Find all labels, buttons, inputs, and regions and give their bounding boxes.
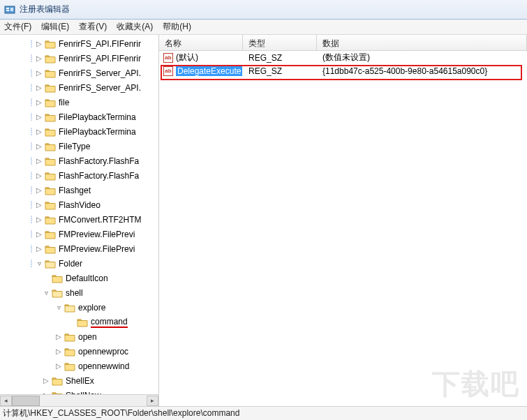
scroll-track[interactable]	[12, 396, 147, 406]
expander-icon[interactable]: ▷	[35, 230, 43, 239]
folder-icon	[45, 68, 56, 78]
menu-favorites[interactable]: 收藏夹(A)	[117, 21, 153, 33]
tree-guide-icon: ┊	[29, 260, 34, 267]
tree-item[interactable]: ┊▷ FenrirFS_API.FIFenrir	[0, 36, 158, 51]
tree-item-label: explore	[78, 303, 105, 313]
folder-icon	[64, 332, 75, 342]
registry-tree[interactable]: ┊▷ FenrirFS_API.FIFenrir┊▷ FenrirFS_API.…	[0, 35, 158, 403]
value-row[interactable]: ab(默认)REG_SZ(数值未设置)	[159, 51, 527, 64]
tree-item-label: FMConvert.RTF2HTM	[59, 215, 141, 225]
tree-item[interactable]: ▿ shell	[0, 285, 158, 300]
scroll-right-button[interactable]: ▸	[147, 396, 158, 406]
scroll-left-button[interactable]: ◂	[0, 396, 12, 406]
value-name: (默认)	[176, 52, 198, 63]
tree-item-label: open	[78, 332, 97, 342]
tree-item[interactable]: ▿ explore	[0, 300, 158, 315]
expander-icon[interactable]: ▷	[35, 216, 43, 224]
tree-item[interactable]: ┊▷ FlashFactory.FlashFa	[0, 168, 158, 183]
expander-icon[interactable]: ▷	[54, 333, 63, 341]
expander-icon[interactable]: ▷	[42, 377, 50, 385]
tree-item[interactable]: ┊▿ Folder	[0, 256, 158, 271]
tree-item[interactable]: ┊▷ FilePlaybackTermina	[0, 124, 158, 139]
expander-icon[interactable]: ▷	[35, 128, 43, 136]
values-list[interactable]: ab(默认)REG_SZ(数值未设置)abDelegateExecuteREG_…	[159, 51, 527, 77]
expander-icon[interactable]: ▷	[35, 172, 43, 180]
tree-item[interactable]: ┊▷ FenrirFS_Server_API.	[0, 66, 158, 80]
tree-item[interactable]: ▷ ShellEx	[0, 373, 158, 388]
tree-item[interactable]: ┊▷ FenrirFS_Server_API.	[0, 80, 158, 95]
value-data: {11dbb47c-a525-400b-9e80-a54615a090c0}	[317, 66, 527, 76]
expander-icon[interactable]: ▷	[35, 54, 43, 63]
expander-icon[interactable]: ▷	[54, 347, 63, 356]
tree-item-label: FMPreview.FilePrevi	[59, 230, 135, 239]
tree-item[interactable]: ┊▷ FMConvert.RTF2HTM	[0, 212, 158, 227]
menu-edit[interactable]: 编辑(E)	[41, 21, 69, 33]
folder-icon	[45, 39, 56, 49]
menu-bar: 文件(F) 编辑(E) 查看(V) 收藏夹(A) 帮助(H)	[0, 20, 527, 35]
expander-icon[interactable]: ▿	[42, 289, 50, 297]
tree-guide-icon: ┊	[29, 69, 34, 77]
tree-item[interactable]: ┊▷ file	[0, 95, 158, 110]
svg-rect-2	[6, 10, 9, 11]
tree-item[interactable]: ┊▷ FenrirFS_API.FIFenrir	[0, 51, 158, 66]
value-row[interactable]: abDelegateExecuteREG_SZ{11dbb47c-a525-40…	[159, 64, 527, 77]
tree-item[interactable]: ▷ DefaultIcon	[0, 271, 158, 285]
col-data-header[interactable]: 数据	[317, 35, 527, 50]
tree-guide-icon: ┊	[29, 230, 34, 238]
col-type-header[interactable]: 类型	[243, 35, 317, 50]
tree-item[interactable]: ┊▷ FileType	[0, 139, 158, 153]
tree-item[interactable]: ▷ open	[0, 329, 158, 344]
folder-icon	[45, 259, 56, 269]
folder-icon	[45, 156, 56, 166]
tree-item[interactable]: ▷ command	[0, 315, 158, 329]
tree-item[interactable]: ┊▷ FMPreview.FilePrevi	[0, 241, 158, 256]
expander-icon[interactable]: ▷	[35, 98, 43, 107]
expander-icon[interactable]: ▿	[35, 260, 43, 268]
tree-guide-icon: ┊	[29, 98, 34, 106]
tree-item[interactable]: ┊▷ Flashget	[0, 183, 158, 197]
expander-icon[interactable]: ▷	[54, 362, 63, 370]
menu-help[interactable]: 帮助(H)	[163, 21, 191, 33]
folder-icon	[45, 112, 56, 122]
scroll-thumb[interactable]	[12, 396, 40, 406]
tree-guide-icon: ┊	[29, 54, 34, 62]
tree-item-label: FlashVideo	[59, 200, 101, 210]
tree-item-label: FlashFactory.FlashFa	[59, 171, 139, 181]
tree-item[interactable]: ┊▷ FMPreview.FilePrevi	[0, 227, 158, 241]
tree-item[interactable]: ┊▷ FlashVideo	[0, 197, 158, 212]
expander-icon[interactable]: ▿	[54, 303, 63, 312]
tree-guide-icon: ┊	[29, 216, 34, 223]
tree-item[interactable]: ┊▷ FlashFactory.FlashFa	[0, 153, 158, 168]
menu-file[interactable]: 文件(F)	[4, 21, 31, 33]
menu-view[interactable]: 查看(V)	[79, 21, 107, 33]
tree-item-label: FenrirFS_Server_API.	[59, 68, 141, 78]
tree-hscrollbar[interactable]: ◂ ▸	[0, 394, 158, 406]
tree-item[interactable]: ▷ opennewwind	[0, 359, 158, 373]
expander-icon[interactable]: ▷	[35, 142, 43, 151]
tree-item-label: FenrirFS_API.FIFenrir	[59, 39, 141, 49]
expander-icon[interactable]: ▷	[35, 113, 43, 121]
tree-item-label: FenrirFS_API.FIFenrir	[59, 54, 141, 63]
tree-item-label: FileType	[59, 142, 90, 151]
expander-icon[interactable]: ▷	[35, 157, 43, 165]
folder-icon	[45, 244, 56, 254]
tree-item-label: DefaultIcon	[66, 273, 108, 283]
folder-icon	[52, 288, 63, 298]
col-name-header[interactable]: 名称	[159, 35, 243, 50]
value-type: REG_SZ	[243, 66, 317, 76]
svg-rect-3	[10, 8, 13, 11]
tree-item-label: command	[91, 317, 128, 328]
tree-item-label: FilePlaybackTermina	[59, 127, 136, 137]
tree-item[interactable]: ▷ opennewproc	[0, 344, 158, 359]
expander-icon[interactable]: ▷	[35, 201, 43, 209]
expander-icon[interactable]: ▷	[35, 245, 43, 253]
folder-icon	[45, 127, 56, 137]
tree-guide-icon: ┊	[29, 157, 34, 165]
expander-icon[interactable]: ▷	[35, 186, 43, 195]
expander-icon[interactable]: ▷	[35, 84, 43, 92]
svg-rect-1	[6, 8, 9, 9]
tree-guide-icon: ┊	[29, 245, 34, 253]
expander-icon[interactable]: ▷	[35, 69, 43, 77]
expander-icon[interactable]: ▷	[35, 40, 43, 48]
tree-item[interactable]: ┊▷ FilePlaybackTermina	[0, 110, 158, 124]
